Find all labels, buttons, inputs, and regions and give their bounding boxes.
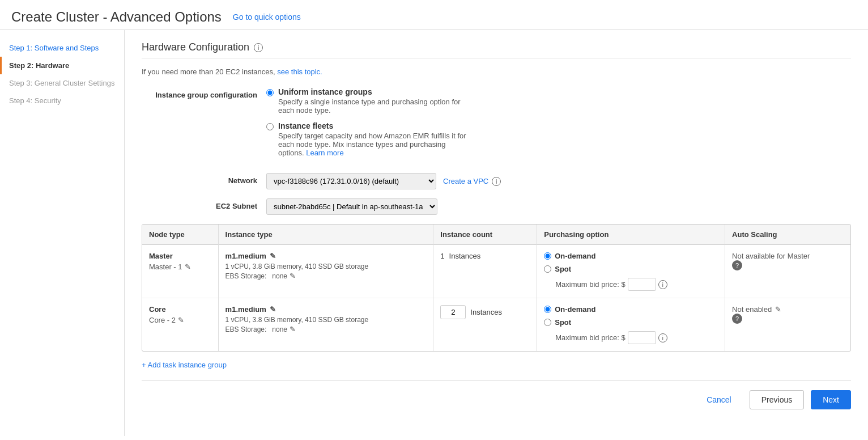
- hardware-config-info-icon[interactable]: i: [254, 43, 263, 52]
- core-count-input[interactable]: [440, 305, 466, 319]
- quick-options-link[interactable]: Go to quick options: [233, 12, 301, 22]
- sidebar: Step 1: Software and Steps Step 2: Hardw…: [0, 30, 125, 436]
- col-node-type: Node type: [142, 225, 218, 245]
- page-header: Create Cluster - Advanced Options Go to …: [0, 0, 868, 30]
- ec2-subnet-select[interactable]: subnet-2babd65c | Default in ap-southeas…: [266, 198, 437, 215]
- core-bid-input[interactable]: [628, 331, 656, 344]
- uniform-radio[interactable]: [266, 89, 274, 96]
- master-ondemand-label: On-demand: [555, 252, 595, 260]
- page-title: Create Cluster - Advanced Options: [11, 9, 222, 25]
- core-autoscaling-help-icon[interactable]: ?: [732, 314, 742, 324]
- table-row: Master Master - 1 ✎ m1.medium ✎ 1 vC: [142, 245, 850, 298]
- core-autoscaling-edit-icon[interactable]: ✎: [775, 305, 781, 314]
- instance-group-config-row: Instance group configuration Uniform ins…: [142, 87, 851, 164]
- cancel-button[interactable]: Cancel: [695, 391, 743, 409]
- core-node-subtype: Core - 2 ✎: [149, 316, 211, 324]
- footer-divider: [142, 380, 851, 381]
- core-instance-type-name: m1.medium ✎: [225, 305, 427, 314]
- master-node-subtype: Master - 1 ✎: [149, 263, 211, 271]
- master-spot-row: Spot: [544, 265, 718, 273]
- create-vpc[interactable]: Create a VPC i: [443, 177, 501, 186]
- add-task-link[interactable]: + Add task instance group: [142, 361, 227, 369]
- master-ondemand-radio[interactable]: [544, 252, 551, 260]
- core-instance-type-cell: m1.medium ✎ 1 vCPU, 3.8 GiB memory, 410 …: [218, 298, 433, 352]
- network-label: Network: [142, 173, 266, 185]
- master-bid-label: Maximum bid price: $: [555, 280, 626, 289]
- core-node-type-cell: Core Core - 2 ✎: [142, 298, 218, 352]
- master-bid-price-row: Maximum bid price: $ i: [555, 278, 718, 291]
- sidebar-item-step1[interactable]: Step 1: Software and Steps: [0, 39, 124, 57]
- ec2-subnet-label: EC2 Subnet: [142, 198, 266, 210]
- master-bid-input[interactable]: [628, 278, 656, 291]
- master-count-cell: 1 Instances: [433, 245, 537, 298]
- core-ondemand-row: On-demand: [544, 305, 718, 314]
- table-header-row: Node type Instance type Instance count P…: [142, 225, 850, 245]
- learn-more-link[interactable]: Learn more: [306, 149, 343, 157]
- create-vpc-info-icon[interactable]: i: [492, 177, 501, 186]
- master-instance-specs: 1 vCPU, 3.8 GiB memory, 410 SSD GB stora…: [225, 263, 427, 270]
- core-bid-price-row: Maximum bid price: $ i: [555, 331, 718, 344]
- core-autoscaling-cell: Not enabled ✎ ?: [725, 298, 850, 352]
- sidebar-item-step3: Step 3: General Cluster Settings: [0, 74, 124, 92]
- ec2-subnet-control: subnet-2babd65c | Default in ap-southeas…: [266, 198, 851, 215]
- fleet-label: Instance fleets: [278, 121, 471, 130]
- uniform-desc: Specify a single instance type and purch…: [278, 98, 471, 115]
- network-control: vpc-f3188c96 (172.31.0.0/16) (default) C…: [266, 173, 851, 189]
- master-ondemand-row: On-demand: [544, 252, 718, 260]
- see-this-topic-link[interactable]: see this topic.: [277, 67, 322, 76]
- master-spot-radio[interactable]: [544, 265, 551, 273]
- master-ebs-edit-icon[interactable]: ✎: [290, 272, 296, 280]
- table-row: Core Core - 2 ✎ m1.medium ✎ 1 vCPU,: [142, 298, 850, 352]
- core-ebs: EBS Storage: none ✎: [225, 325, 427, 333]
- master-spot-label: Spot: [555, 265, 571, 273]
- master-purchasing-option: On-demand Spot Maximum bid price: $ i: [544, 252, 718, 291]
- instance-group-options: Uniform instance groups Specify a single…: [266, 87, 851, 164]
- uniform-option: Uniform instance groups Specify a single…: [266, 87, 851, 115]
- col-purchasing-option: Purchasing option: [537, 225, 725, 245]
- master-subtype-edit-icon[interactable]: ✎: [185, 263, 191, 271]
- core-ondemand-radio[interactable]: [544, 306, 551, 313]
- core-bid-label: Maximum bid price: $: [555, 333, 626, 342]
- fleet-option: Instance fleets Specify target capacity …: [266, 121, 851, 157]
- core-subtype-edit-icon[interactable]: ✎: [178, 316, 184, 324]
- main-content: Hardware Configuration i If you need mor…: [125, 30, 868, 436]
- core-count-row: Instances: [440, 305, 530, 319]
- ec2-subnet-row: EC2 Subnet subnet-2babd65c | Default in …: [142, 198, 851, 215]
- network-row: Network vpc-f3188c96 (172.31.0.0/16) (de…: [142, 173, 851, 189]
- master-purchasing-cell: On-demand Spot Maximum bid price: $ i: [537, 245, 725, 298]
- footer-actions: Cancel Previous Next: [142, 390, 851, 421]
- master-instances-label: Instances: [449, 252, 481, 260]
- previous-button[interactable]: Previous: [750, 390, 804, 409]
- master-count-value: 1: [440, 252, 444, 260]
- col-instance-count: Instance count: [433, 225, 537, 245]
- master-node-type-cell: Master Master - 1 ✎: [142, 245, 218, 298]
- uniform-label: Uniform instance groups: [278, 87, 471, 96]
- instance-table-container: Node type Instance type Instance count P…: [142, 224, 851, 352]
- master-node-type-name: Master: [149, 252, 211, 260]
- core-node-type-name: Core: [149, 305, 211, 314]
- layout: Step 1: Software and Steps Step 2: Hardw…: [0, 30, 868, 436]
- info-text: If you need more than 20 EC2 instances, …: [142, 67, 851, 76]
- master-autoscaling-cell: Not available for Master ?: [725, 245, 850, 298]
- core-purchasing-option: On-demand Spot Maximum bid price: $ i: [544, 305, 718, 344]
- instance-table: Node type Instance type Instance count P…: [142, 225, 850, 351]
- next-button[interactable]: Next: [811, 390, 851, 409]
- core-instance-specs: 1 vCPU, 3.8 GiB memory, 410 SSD GB stora…: [225, 316, 427, 324]
- master-instance-type-name: m1.medium ✎: [225, 252, 427, 260]
- instance-group-label: Instance group configuration: [142, 87, 266, 99]
- master-autoscaling-value: Not available for Master: [732, 252, 844, 260]
- master-instance-type-cell: m1.medium ✎ 1 vCPU, 3.8 GiB memory, 410 …: [218, 245, 433, 298]
- section-title: Hardware Configuration i: [142, 41, 851, 53]
- master-bid-info-icon[interactable]: i: [658, 280, 667, 289]
- core-bid-info-icon[interactable]: i: [658, 333, 667, 342]
- master-instance-edit-icon[interactable]: ✎: [270, 252, 276, 260]
- master-autoscaling-help-icon[interactable]: ?: [732, 260, 742, 270]
- network-select[interactable]: vpc-f3188c96 (172.31.0.0/16) (default): [266, 173, 436, 189]
- core-instance-edit-icon[interactable]: ✎: [270, 305, 276, 314]
- fleet-radio[interactable]: [266, 123, 274, 130]
- core-ebs-edit-icon[interactable]: ✎: [290, 325, 296, 333]
- core-spot-radio[interactable]: [544, 319, 551, 326]
- section-divider: [142, 58, 851, 58]
- core-autoscaling-value: Not enabled ✎: [732, 305, 844, 314]
- sidebar-item-step2[interactable]: Step 2: Hardware: [0, 57, 124, 74]
